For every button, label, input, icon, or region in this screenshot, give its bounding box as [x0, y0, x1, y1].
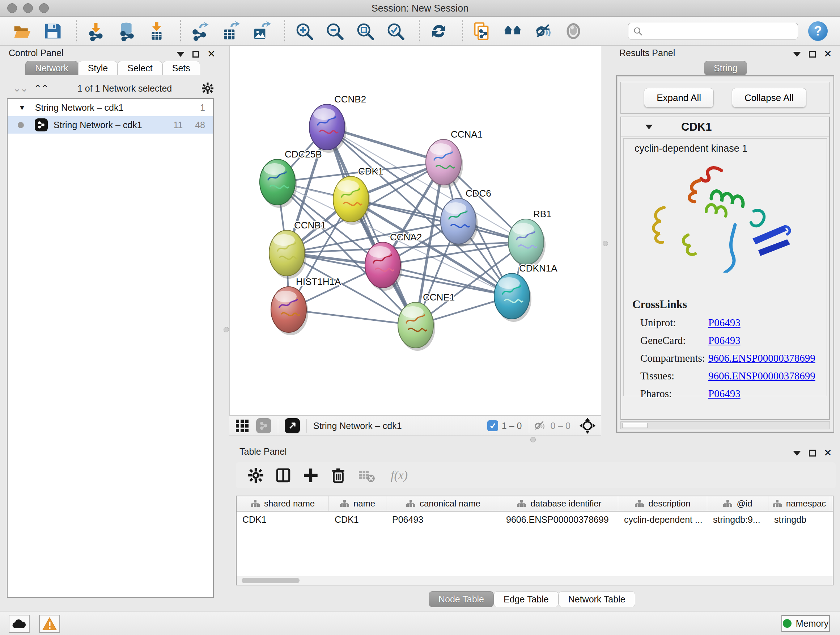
tab-style[interactable]: Style	[78, 61, 118, 75]
tab-node-table[interactable]: Node Table	[429, 591, 494, 607]
column-header-description[interactable]: description	[618, 496, 707, 511]
table-cell[interactable]: P06493	[386, 511, 500, 527]
fit-content-crosshair-icon[interactable]	[579, 417, 596, 434]
save-session-icon[interactable]	[43, 21, 62, 41]
collapse-all-button[interactable]: Collapse All	[732, 88, 806, 108]
tab-network-table[interactable]: Network Table	[559, 591, 635, 607]
refresh-icon[interactable]	[429, 21, 448, 41]
column-header-name[interactable]: name	[329, 496, 386, 511]
network-row[interactable]: String Network – cdk1 11 48	[8, 116, 213, 134]
export-image-icon[interactable]	[251, 21, 271, 41]
collection-disclosure-icon[interactable]: ▼	[19, 103, 26, 112]
left-splitter[interactable]	[224, 46, 229, 611]
network-node[interactable]: HIST1H1A	[271, 276, 341, 335]
help-button[interactable]: ?	[808, 21, 828, 41]
tab-network[interactable]: Network	[25, 61, 78, 75]
crosslink-label: Tissues:	[632, 370, 708, 382]
table-cell[interactable]: cyclin-dependent ...	[618, 511, 707, 527]
splitter-handle[interactable]	[531, 437, 536, 442]
search-box[interactable]	[628, 23, 798, 40]
tab-string[interactable]: String	[704, 61, 747, 75]
column-header--id[interactable]: @id	[707, 496, 768, 511]
network-collection-row[interactable]: ▼ String Network – cdk1 1	[8, 99, 213, 116]
expand-all-button[interactable]: Expand All	[644, 88, 714, 108]
table-cell[interactable]: stringdb	[768, 511, 830, 527]
network-graph[interactable]: CCNB2CCNA1CDC25BCDK1CDC6RB1CCNB1CCNA2CDK…	[230, 46, 601, 415]
import-network-icon[interactable]	[86, 21, 106, 41]
collapse-all-networks-icon[interactable]: ⌄⌄	[13, 86, 27, 91]
zoom-fit-icon[interactable]	[355, 21, 375, 41]
cloud-button[interactable]	[9, 615, 30, 633]
scrollbar-thumb[interactable]	[622, 423, 647, 428]
column-header-shared-name[interactable]: shared name	[237, 496, 329, 511]
splitter-handle[interactable]	[224, 327, 229, 333]
results-panel-collapse-icon[interactable]	[793, 52, 801, 57]
crosslink-link[interactable]: 9606.ENSP00000378699	[708, 370, 815, 382]
network-edge[interactable]	[351, 199, 526, 242]
network-node[interactable]: RB1	[508, 209, 552, 268]
network-node[interactable]: CCNB2	[309, 94, 366, 153]
show-sphere-icon[interactable]	[564, 21, 583, 41]
control-panel-close-icon[interactable]: ✕	[207, 49, 216, 59]
table-cell[interactable]: CDK1	[329, 511, 386, 527]
results-panel-close-icon[interactable]: ✕	[824, 49, 832, 59]
network-canvas[interactable]: CCNB2CCNA1CDC25BCDK1CDC6RB1CCNB1CCNA2CDK…	[229, 46, 601, 416]
birds-eye-view-icon[interactable]	[285, 418, 300, 433]
crosslink-link[interactable]: P06493	[708, 388, 741, 400]
table-panel-close-icon[interactable]: ✕	[824, 448, 832, 458]
column-header-canonical-name[interactable]: canonical name	[386, 496, 500, 511]
network-edge[interactable]	[327, 127, 416, 325]
export-network-icon[interactable]	[190, 21, 210, 41]
show-columns-icon[interactable]	[274, 466, 292, 485]
warnings-button[interactable]	[39, 615, 60, 633]
clone-network-icon[interactable]	[472, 21, 492, 41]
expand-all-networks-icon[interactable]: ⌃⌃	[34, 86, 49, 91]
table-panel-float-icon[interactable]	[809, 450, 816, 456]
crosslink-link[interactable]: 9606.ENSP00000378699	[708, 352, 815, 364]
open-session-icon[interactable]	[12, 21, 32, 41]
hide-glasses-icon[interactable]	[533, 21, 553, 41]
bottom-splitter[interactable]	[229, 436, 840, 444]
delete-column-trash-icon[interactable]	[329, 466, 347, 485]
crosslink-link[interactable]: P06493	[708, 334, 741, 347]
table-row[interactable]: CDK1CDK1P064939606.ENSP00000378699cyclin…	[237, 511, 833, 527]
share-view-icon[interactable]	[256, 418, 271, 433]
table-cell[interactable]: stringdb:9...	[707, 511, 768, 527]
results-horizontal-scrollbar[interactable]	[621, 421, 830, 429]
table-panel-collapse-icon[interactable]	[793, 451, 801, 456]
grid-view-icon[interactable]	[234, 418, 249, 433]
table-horizontal-scrollbar[interactable]	[237, 576, 833, 585]
control-panel-collapse-icon[interactable]	[177, 52, 185, 57]
table-options-gear-icon[interactable]	[247, 466, 265, 485]
column-header-namespac[interactable]: namespac	[768, 496, 830, 511]
tab-sets[interactable]: Sets	[163, 61, 200, 75]
zoom-selected-icon[interactable]	[386, 21, 405, 41]
string-home-icon[interactable]	[503, 21, 523, 41]
network-node[interactable]: CCNE1	[398, 292, 455, 351]
crosslink-link[interactable]: P06493	[708, 317, 741, 329]
splitter-handle[interactable]	[603, 241, 608, 246]
search-input[interactable]	[643, 26, 793, 36]
import-table-icon[interactable]	[147, 21, 166, 41]
right-splitter[interactable]	[601, 46, 611, 436]
network-list-options-gear-icon[interactable]	[201, 82, 214, 95]
import-network-database-icon[interactable]	[117, 21, 136, 41]
tab-edge-table[interactable]: Edge Table	[494, 591, 559, 607]
scrollbar-thumb[interactable]	[242, 578, 300, 583]
selected-nodes-checkbox-icon[interactable]	[487, 420, 498, 431]
column-header-database-identifier[interactable]: database identifier	[500, 496, 618, 511]
memory-button[interactable]: Memory	[782, 615, 830, 632]
create-column-plus-icon[interactable]	[302, 466, 320, 485]
zoom-out-icon[interactable]	[325, 21, 344, 41]
network-node[interactable]: CCNA1	[426, 129, 483, 188]
network-node[interactable]: CDKN1A	[494, 263, 557, 322]
export-table-icon[interactable]	[221, 21, 240, 41]
protein-card-disclosure-icon[interactable]	[645, 125, 653, 129]
zoom-in-icon[interactable]	[294, 21, 314, 41]
table-cell[interactable]: CDK1	[237, 511, 329, 527]
table-cell[interactable]: 9606.ENSP00000378699	[500, 511, 618, 527]
tab-select[interactable]: Select	[118, 61, 162, 75]
control-panel-float-icon[interactable]	[193, 51, 199, 57]
results-panel-title: Results Panel	[619, 48, 675, 58]
results-panel-float-icon[interactable]	[809, 51, 816, 57]
